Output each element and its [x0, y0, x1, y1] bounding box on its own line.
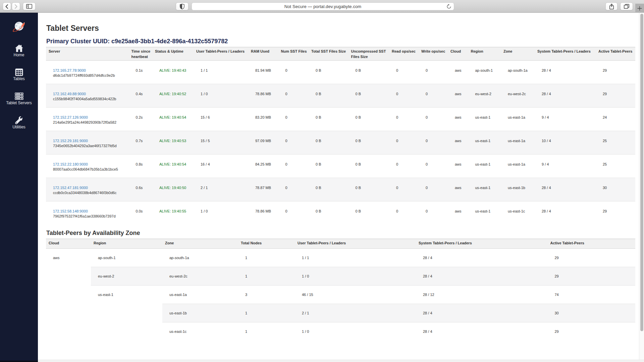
back-button[interactable]: [3, 2, 11, 10]
cell-system-peers: 28 / 4: [535, 84, 596, 108]
cell-system-peers: 28 / 4: [416, 249, 548, 267]
app-sidebar: Home Tables: [0, 13, 38, 362]
address-bar[interactable]: Not Secure — portal.dev.yugabyte.com: [192, 2, 454, 10]
cell-nodes: 1: [238, 304, 295, 322]
server-uuid: ccdb0c0ca33448038b4d86746f3b0d6c: [53, 190, 126, 195]
cell-zone: us-east-1b: [501, 178, 535, 201]
cell-user-peers: 15 / 6: [194, 108, 248, 131]
cell-region: eu-west-2: [91, 267, 162, 286]
sidebar-item-tables[interactable]: Tables: [0, 68, 38, 92]
cell-active-peers: 29: [596, 201, 635, 225]
cell-read-ops: 0: [389, 178, 419, 201]
cell-heartbeat: 0.8s: [129, 155, 153, 178]
col-write-ops: Write ops/sec: [419, 47, 448, 61]
cell-active-peers: 30: [548, 304, 636, 322]
cell-zone: eu-west-2c: [501, 84, 535, 108]
sidebar-item-label: Home: [13, 53, 24, 57]
cell-cloud: aws: [448, 131, 468, 155]
server-address-link[interactable]: 172.152.58.148:9000: [53, 209, 126, 214]
cell-system-peers: 28 / 4: [416, 304, 548, 322]
col-total-nodes: Total Nodes: [238, 239, 295, 249]
cell-region: us-east-1: [91, 286, 162, 341]
cell-region: ap-south-1: [468, 61, 501, 84]
cell-user-peers: 2 / 1: [194, 178, 248, 201]
cell-zone: us-east-1c: [162, 322, 238, 341]
forward-button[interactable]: [12, 2, 20, 10]
tab-overview-button[interactable]: [620, 2, 633, 10]
cell-cloud: aws: [448, 61, 468, 84]
chevron-right-icon: [14, 4, 18, 9]
col-region: Region: [91, 239, 162, 249]
zone-row: us-east-1 us-east-1a 3 46 / 15 28 / 12 7…: [46, 286, 635, 304]
cell-user-peers: 15 / 5: [194, 131, 248, 155]
cell-read-ops: 0: [389, 201, 419, 225]
col-zone: Zone: [501, 47, 535, 61]
cell-zone: us-east-1a: [162, 286, 238, 304]
scrollbar-thumb[interactable]: [640, 14, 643, 331]
col-active-peers: Active Tablet-Peers: [596, 47, 635, 61]
new-tab-button[interactable]: [635, 4, 644, 13]
bottom-edge-strip: [38, 360, 644, 362]
zones-table: Cloud Region Zone Total Nodes User Table…: [46, 239, 635, 341]
col-system-peers: System Tablet-Peers / Leaders: [416, 239, 548, 249]
cell-uncompressed-sst: 0 B: [348, 108, 389, 131]
cell-nodes: 3: [238, 286, 295, 304]
col-cloud: Cloud: [46, 239, 91, 249]
tablet-servers-icon: [15, 92, 23, 100]
sidebar-item-label: Utilities: [12, 125, 25, 129]
cell-cloud: aws: [448, 178, 468, 201]
server-address-link[interactable]: 172.152.27.126:9000: [53, 115, 126, 120]
cell-read-ops: 0: [389, 131, 419, 155]
cell-system-peers: 28 / 4: [535, 178, 596, 201]
server-address-link[interactable]: 172.152.47.181:9000: [53, 185, 126, 190]
cell-uncompressed-sst: 0 B: [348, 131, 389, 155]
sidebar-toggle-button[interactable]: [23, 2, 36, 10]
cell-active-peers: 25: [596, 131, 635, 155]
cell-user-peers: 1 / 0: [194, 201, 248, 225]
server-address-link[interactable]: 172.162.49.88:9000: [53, 92, 126, 97]
cell-uncompressed-sst: 0 B: [348, 201, 389, 225]
share-button[interactable]: [605, 2, 618, 10]
cell-uncompressed-sst: 0 B: [348, 178, 389, 201]
sidebar-item-tablet-servers[interactable]: Tablet Servers: [0, 92, 38, 116]
reload-icon[interactable]: [446, 4, 451, 9]
cell-region: ap-south-1: [91, 249, 162, 267]
server-uuid: 7962f975327f41f6a1ae338660b7397d: [53, 214, 126, 219]
cell-heartbeat: 0.6s: [129, 178, 153, 201]
page-scrollbar[interactable]: [639, 13, 644, 362]
sidebar-item-home[interactable]: Home: [0, 44, 38, 68]
cell-server: 172.152.58.148:90007962f975327f41f6a1ae3…: [46, 201, 129, 225]
cell-server: 172.165.27.78:9000d6dc1d7b97724ff693d857…: [46, 61, 129, 84]
cell-system-peers: 28 / 12: [416, 286, 548, 304]
cell-status: ALIVE: 19:40:50: [152, 178, 194, 201]
cell-uncompressed-sst: 0 B: [348, 61, 389, 84]
sidebar-item-utilities[interactable]: Utilities: [0, 116, 38, 140]
cell-status: ALIVE: 19:40:43: [152, 61, 194, 84]
yugabyte-logo[interactable]: [12, 21, 26, 34]
shield-icon: [180, 4, 184, 9]
server-uuid: 214a6e29f1a24c449829390b72f0a582: [53, 120, 126, 125]
privacy-shield-button[interactable]: [176, 2, 189, 10]
cell-uncompressed-sst: 0 B: [348, 155, 389, 178]
cell-ram: 83.20 MB: [248, 108, 278, 131]
server-address-link[interactable]: 172.152.22.180:9000: [53, 162, 126, 167]
cell-total-sst: 0 B: [309, 178, 348, 201]
cell-write-ops: 0: [419, 108, 448, 131]
cell-active-peers: 29: [596, 61, 635, 84]
cell-zone: ap-south-1a: [501, 61, 535, 84]
cell-active-peers: 30: [596, 178, 635, 201]
tabs-icon: [624, 4, 629, 9]
cell-user-peers: 1 / 0: [295, 267, 416, 286]
sidebar-item-label: Tablet Servers: [6, 101, 32, 105]
zones-header-row: Cloud Region Zone Total Nodes User Table…: [46, 239, 635, 249]
cell-user-peers: 1 / 1: [295, 249, 416, 267]
cell-heartbeat: 0.0s: [129, 201, 153, 225]
server-address-link[interactable]: 172.165.27.78:9000: [53, 68, 126, 73]
browser-toolbar: Not Secure — portal.dev.yugabyte.com: [0, 0, 644, 13]
cell-read-ops: 0: [389, 61, 419, 84]
server-row: 172.162.49.88:9000c155b984f2f74004a5a6d5…: [46, 84, 635, 108]
cell-write-ops: 0: [419, 155, 448, 178]
cell-system-peers: 28 / 4: [416, 322, 548, 341]
server-address-link[interactable]: 172.152.29.181:9000: [53, 138, 126, 143]
cell-ram: 97.09 MB: [248, 131, 278, 155]
